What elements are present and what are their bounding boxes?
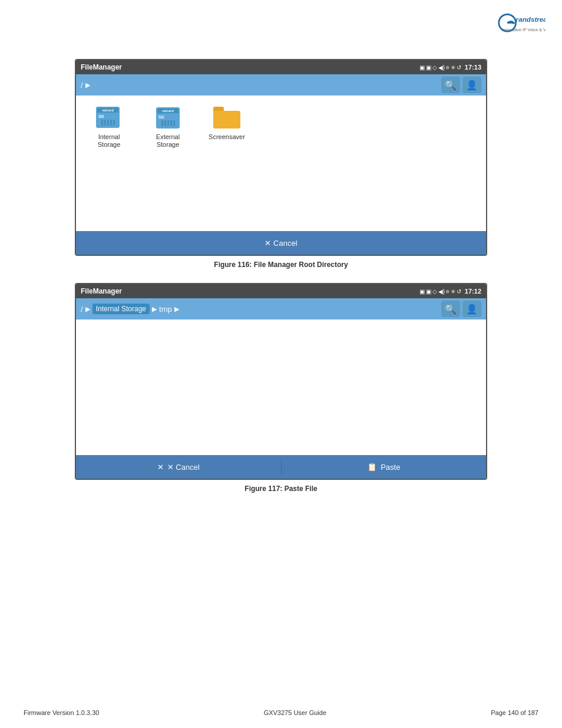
paste-label: Paste bbox=[381, 463, 400, 472]
breadcrumb-bar-2: / ▶ Internal Storage ▶ tmp ▶ 🔍 👤 bbox=[76, 298, 486, 319]
status-bt-icon: ✳ bbox=[451, 64, 455, 71]
breadcrumb-arrow-1: ▶ bbox=[85, 81, 90, 89]
app-title-2: FileManager bbox=[81, 287, 122, 295]
figure2-caption: Figure 117: Paste File bbox=[35, 485, 527, 493]
screen2: FileManager ▣ ▣ ◇ ◀) ≡ ✳ ↺ 17:12 / ▶ Int… bbox=[75, 283, 487, 480]
status-bt-icon-2: ✳ bbox=[451, 288, 455, 295]
screen1-wrap: FileManager ▣ ▣ ◇ ◀) ≡ ✳ ↺ 17:13 / ▶ bbox=[35, 59, 527, 256]
footer-guide: GXV3275 User Guide bbox=[264, 709, 326, 716]
search-button-2[interactable]: 🔍 bbox=[441, 301, 460, 317]
figure1-caption: Figure 116: File Manager Root Directory bbox=[35, 261, 527, 269]
breadcrumb-arrow-2a: ▶ bbox=[85, 305, 90, 313]
breadcrumb-root-2: / bbox=[81, 305, 83, 314]
fm-content-2 bbox=[76, 319, 486, 455]
app-title-1: FileManager bbox=[81, 63, 122, 71]
status-sync-icon-2: ↺ bbox=[457, 288, 461, 295]
fm-content-1: sdcard SD bbox=[76, 95, 486, 231]
internal-storage-icon: sdcard SD bbox=[94, 105, 124, 131]
status-bars-icon: ≡ bbox=[446, 64, 449, 71]
status-phone-icon: ▣ bbox=[426, 64, 431, 71]
svg-text:Innovative IP Voice & Video: Innovative IP Voice & Video bbox=[502, 27, 546, 32]
screensaver-folder-icon bbox=[211, 105, 242, 131]
status-screen-icon-2: ▣ bbox=[419, 288, 425, 295]
screen1: FileManager ▣ ▣ ◇ ◀) ≡ ✳ ↺ 17:13 / ▶ bbox=[75, 59, 487, 256]
search-button-1[interactable]: 🔍 bbox=[441, 77, 460, 93]
paste-icon: 📋 bbox=[367, 462, 377, 472]
status-time-2: 17:12 bbox=[465, 288, 481, 295]
cancel-label-2: ✕ Cancel bbox=[167, 463, 200, 472]
status-wifi-icon: ◇ bbox=[432, 64, 437, 71]
status-bars-icon-2: ≡ bbox=[446, 288, 449, 295]
breadcrumb-arrow-2b: ▶ bbox=[152, 305, 157, 313]
status-bar-1: FileManager ▣ ▣ ◇ ◀) ≡ ✳ ↺ 17:13 bbox=[76, 60, 486, 74]
user-button-2[interactable]: 👤 bbox=[462, 301, 481, 317]
status-sound-icon: ◀) bbox=[438, 64, 445, 71]
action-bar-1: ✕ Cancel bbox=[76, 231, 486, 255]
breadcrumb-arrow-2c: ▶ bbox=[174, 305, 179, 313]
status-time-1: 17:13 bbox=[465, 64, 481, 71]
paste-button[interactable]: 📋 Paste bbox=[282, 455, 487, 479]
list-item[interactable]: sdcard SD ExternalStor bbox=[144, 105, 191, 149]
breadcrumb-right-1: 🔍 👤 bbox=[441, 77, 481, 93]
breadcrumb-right-2: 🔍 👤 bbox=[441, 301, 481, 317]
breadcrumb-tmp[interactable]: tmp bbox=[159, 305, 172, 314]
external-storage-icon: sdcard SD bbox=[153, 105, 183, 131]
status-phone-icon-2: ▣ bbox=[426, 288, 431, 295]
cancel-x-icon: ✕ bbox=[157, 463, 164, 472]
breadcrumb-root-1: / bbox=[81, 81, 83, 90]
breadcrumb-internal-storage[interactable]: Internal Storage bbox=[92, 304, 150, 314]
user-button-1[interactable]: 👤 bbox=[462, 77, 481, 93]
cancel-button-2[interactable]: ✕ ✕ Cancel bbox=[76, 455, 281, 479]
footer-firmware: Firmware Version 1.0.3.30 bbox=[24, 709, 99, 716]
page-footer: Firmware Version 1.0.3.30 GXV3275 User G… bbox=[0, 709, 562, 716]
status-icons-1: ▣ ▣ ◇ ◀) ≡ ✳ ↺ 17:13 bbox=[419, 64, 481, 71]
status-sync-icon: ↺ bbox=[457, 64, 461, 71]
screen2-wrap: FileManager ▣ ▣ ◇ ◀) ≡ ✳ ↺ 17:12 / ▶ Int… bbox=[35, 283, 527, 480]
cancel-button-1[interactable]: ✕ Cancel bbox=[265, 239, 297, 248]
status-bar-2: FileManager ▣ ▣ ◇ ◀) ≡ ✳ ↺ 17:12 bbox=[76, 284, 486, 298]
action-bar-2: ✕ ✕ Cancel 📋 Paste bbox=[76, 455, 486, 479]
status-sound-icon-2: ◀) bbox=[438, 288, 445, 295]
external-storage-label: ExternalStorage bbox=[156, 133, 180, 149]
status-wifi-icon-2: ◇ bbox=[432, 288, 437, 295]
status-icons-2: ▣ ▣ ◇ ◀) ≡ ✳ ↺ 17:12 bbox=[419, 288, 481, 295]
sd-icon-internal: sdcard SD bbox=[96, 107, 122, 129]
logo-svg: randstream Innovative IP Voice & Video bbox=[492, 11, 546, 43]
list-item[interactable]: Screensaver bbox=[203, 105, 250, 149]
internal-storage-label: InternalStorage bbox=[98, 133, 121, 149]
status-screen-icon: ▣ bbox=[419, 64, 425, 71]
svg-text:randstream: randstream bbox=[516, 15, 546, 23]
breadcrumb-left-2: / ▶ Internal Storage ▶ tmp ▶ bbox=[81, 304, 179, 314]
breadcrumb-bar-1: / ▶ 🔍 👤 bbox=[76, 74, 486, 95]
screensaver-label: Screensaver bbox=[209, 133, 245, 141]
screen1-container: FileManager ▣ ▣ ◇ ◀) ≡ ✳ ↺ 17:13 / ▶ bbox=[35, 59, 527, 493]
footer-page: Page 140 of 187 bbox=[491, 709, 538, 716]
breadcrumb-left-1: / ▶ bbox=[81, 81, 90, 90]
grandstream-logo: randstream Innovative IP Voice & Video bbox=[492, 11, 546, 45]
list-item[interactable]: sdcard SD bbox=[85, 105, 133, 149]
